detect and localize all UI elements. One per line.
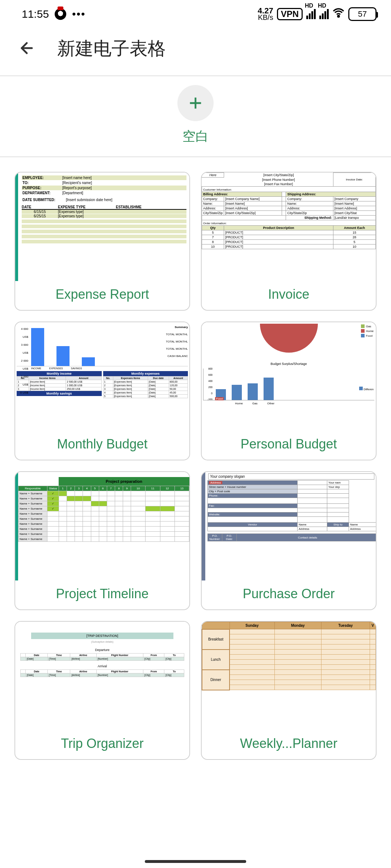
template-personal-budget[interactable]: Gas Home Food Budget Surplus/Shortage 80…: [201, 322, 377, 460]
template-preview: EMPLOYEE:[Insert name here] TO:[Recipien…: [15, 173, 189, 281]
home-indicator[interactable]: [145, 860, 246, 863]
template-label: Project Timeline: [15, 580, 189, 609]
blank-template-section: 空白: [0, 76, 391, 157]
template-label: Expense Report: [15, 281, 189, 310]
plus-icon: [187, 95, 204, 111]
template-label: Personal Budget: [202, 431, 376, 460]
wifi-icon: [332, 7, 345, 21]
page-title: 新建电子表格: [57, 37, 166, 61]
signal-2-icon: HD: [319, 9, 329, 19]
svg-point-0: [338, 16, 339, 17]
network-speed: 4.27 KB/s: [258, 7, 273, 21]
template-label: Trip Organizer: [15, 730, 189, 759]
vpn-badge: VPN: [277, 8, 303, 20]
template-purchase-order[interactable]: Your company slogan AddressYour nam Stre…: [201, 471, 377, 610]
template-weekly-planner[interactable]: SundayMondayTuesdayV Breakfast Lunch Din…: [201, 621, 377, 760]
battery-icon: 57: [348, 7, 377, 21]
template-preview: Gas Home Food Budget Surplus/Shortage 80…: [202, 322, 376, 431]
more-icon: •••: [72, 8, 86, 20]
qq-icon: [55, 8, 66, 20]
template-invoice[interactable]: Here[Insert City/State/Zip]Invoice Date:…: [201, 172, 377, 311]
template-trip-organizer[interactable]: [TRIP DESTINATION] (Subcaption details) …: [14, 621, 190, 760]
back-button[interactable]: [18, 39, 35, 58]
template-preview: [TRIP DESTINATION] (Subcaption details) …: [15, 622, 189, 730]
template-label: Weekly...Planner: [202, 730, 376, 759]
status-time: 11:55: [22, 8, 49, 20]
template-monthly-budget[interactable]: 4 000 US$3 000 US$2 000 US$1 000 US$0 US…: [14, 322, 190, 460]
template-preview: 4 000 US$3 000 US$2 000 US$1 000 US$0 US…: [15, 322, 189, 431]
template-label: Monthly Budget: [15, 431, 189, 460]
template-preview: Here[Insert City/State/Zip]Invoice Date:…: [202, 173, 376, 281]
status-bar: 11:55 ••• 4.27 KB/s VPN HD HD 57: [0, 0, 391, 26]
blank-label: 空白: [182, 128, 209, 145]
template-preview: Your company slogan AddressYour nam Stre…: [202, 472, 376, 580]
template-label: Purchase Order: [202, 580, 376, 609]
app-header: 新建电子表格: [0, 26, 391, 75]
signal-1-icon: HD: [306, 9, 316, 19]
template-preview: SundayMondayTuesdayV Breakfast Lunch Din…: [202, 622, 376, 730]
template-preview: Project preparation ResponsibleStatus 12…: [15, 472, 189, 580]
template-project-timeline[interactable]: Project preparation ResponsibleStatus 12…: [14, 471, 190, 610]
template-expense-report[interactable]: EMPLOYEE:[Insert name here] TO:[Recipien…: [14, 172, 190, 311]
template-grid: EMPLOYEE:[Insert name here] TO:[Recipien…: [0, 157, 391, 774]
template-label: Invoice: [202, 281, 376, 310]
new-blank-button[interactable]: [177, 85, 214, 121]
